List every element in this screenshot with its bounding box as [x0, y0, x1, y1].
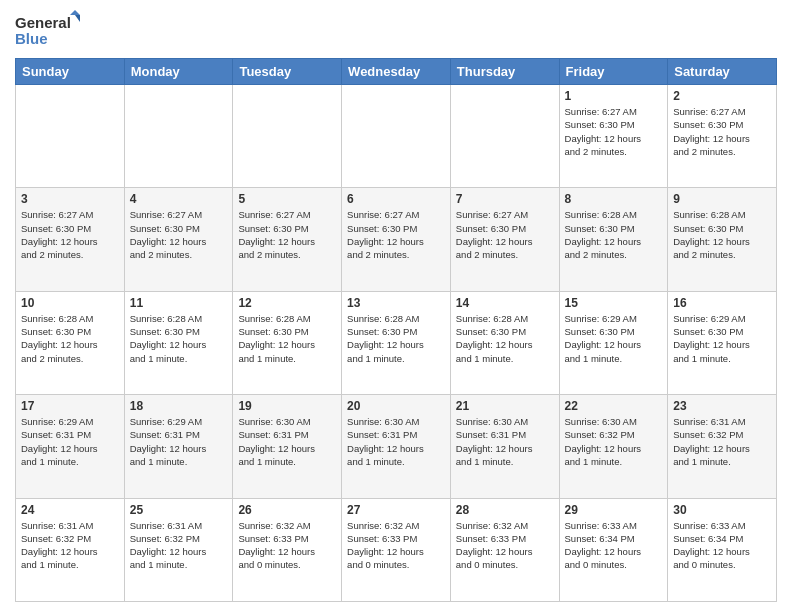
calendar-cell: 5Sunrise: 6:27 AM Sunset: 6:30 PM Daylig…: [233, 188, 342, 291]
calendar-cell: 21Sunrise: 6:30 AM Sunset: 6:31 PM Dayli…: [450, 395, 559, 498]
day-info: Sunrise: 6:30 AM Sunset: 6:31 PM Dayligh…: [347, 415, 445, 468]
day-info: Sunrise: 6:29 AM Sunset: 6:31 PM Dayligh…: [21, 415, 119, 468]
svg-text:General: General: [15, 14, 71, 31]
svg-marker-2: [70, 10, 80, 15]
calendar-cell: 13Sunrise: 6:28 AM Sunset: 6:30 PM Dayli…: [342, 291, 451, 394]
week-row-5: 24Sunrise: 6:31 AM Sunset: 6:32 PM Dayli…: [16, 498, 777, 601]
calendar-cell: 23Sunrise: 6:31 AM Sunset: 6:32 PM Dayli…: [668, 395, 777, 498]
calendar-cell: 14Sunrise: 6:28 AM Sunset: 6:30 PM Dayli…: [450, 291, 559, 394]
day-number: 6: [347, 192, 445, 206]
day-info: Sunrise: 6:32 AM Sunset: 6:33 PM Dayligh…: [456, 519, 554, 572]
day-number: 29: [565, 503, 663, 517]
day-number: 20: [347, 399, 445, 413]
day-number: 8: [565, 192, 663, 206]
calendar-cell: 22Sunrise: 6:30 AM Sunset: 6:32 PM Dayli…: [559, 395, 668, 498]
day-info: Sunrise: 6:27 AM Sunset: 6:30 PM Dayligh…: [347, 208, 445, 261]
day-number: 28: [456, 503, 554, 517]
day-number: 16: [673, 296, 771, 310]
day-number: 26: [238, 503, 336, 517]
day-info: Sunrise: 6:28 AM Sunset: 6:30 PM Dayligh…: [673, 208, 771, 261]
day-info: Sunrise: 6:28 AM Sunset: 6:30 PM Dayligh…: [456, 312, 554, 365]
calendar-cell: 18Sunrise: 6:29 AM Sunset: 6:31 PM Dayli…: [124, 395, 233, 498]
day-info: Sunrise: 6:28 AM Sunset: 6:30 PM Dayligh…: [565, 208, 663, 261]
calendar-table: SundayMondayTuesdayWednesdayThursdayFrid…: [15, 58, 777, 602]
day-info: Sunrise: 6:28 AM Sunset: 6:30 PM Dayligh…: [130, 312, 228, 365]
day-number: 7: [456, 192, 554, 206]
calendar-cell: 16Sunrise: 6:29 AM Sunset: 6:30 PM Dayli…: [668, 291, 777, 394]
day-info: Sunrise: 6:29 AM Sunset: 6:30 PM Dayligh…: [673, 312, 771, 365]
day-number: 13: [347, 296, 445, 310]
day-header-saturday: Saturday: [668, 59, 777, 85]
calendar-cell: [233, 85, 342, 188]
day-info: Sunrise: 6:27 AM Sunset: 6:30 PM Dayligh…: [130, 208, 228, 261]
calendar-cell: 9Sunrise: 6:28 AM Sunset: 6:30 PM Daylig…: [668, 188, 777, 291]
calendar-cell: [16, 85, 125, 188]
day-number: 9: [673, 192, 771, 206]
day-number: 22: [565, 399, 663, 413]
logo: GeneralBlue: [15, 10, 85, 50]
day-info: Sunrise: 6:30 AM Sunset: 6:32 PM Dayligh…: [565, 415, 663, 468]
day-number: 1: [565, 89, 663, 103]
calendar-cell: 30Sunrise: 6:33 AM Sunset: 6:34 PM Dayli…: [668, 498, 777, 601]
page: GeneralBlue SundayMondayTuesdayWednesday…: [0, 0, 792, 612]
day-number: 2: [673, 89, 771, 103]
day-number: 18: [130, 399, 228, 413]
day-number: 14: [456, 296, 554, 310]
svg-text:Blue: Blue: [15, 30, 48, 47]
day-number: 21: [456, 399, 554, 413]
calendar-cell: [124, 85, 233, 188]
calendar-cell: 19Sunrise: 6:30 AM Sunset: 6:31 PM Dayli…: [233, 395, 342, 498]
day-number: 27: [347, 503, 445, 517]
day-info: Sunrise: 6:27 AM Sunset: 6:30 PM Dayligh…: [565, 105, 663, 158]
day-number: 23: [673, 399, 771, 413]
svg-marker-3: [75, 15, 80, 22]
day-info: Sunrise: 6:28 AM Sunset: 6:30 PM Dayligh…: [21, 312, 119, 365]
day-number: 10: [21, 296, 119, 310]
calendar-cell: 11Sunrise: 6:28 AM Sunset: 6:30 PM Dayli…: [124, 291, 233, 394]
day-number: 12: [238, 296, 336, 310]
calendar-cell: 7Sunrise: 6:27 AM Sunset: 6:30 PM Daylig…: [450, 188, 559, 291]
day-info: Sunrise: 6:29 AM Sunset: 6:31 PM Dayligh…: [130, 415, 228, 468]
calendar-cell: [342, 85, 451, 188]
day-info: Sunrise: 6:28 AM Sunset: 6:30 PM Dayligh…: [238, 312, 336, 365]
calendar-cell: 20Sunrise: 6:30 AM Sunset: 6:31 PM Dayli…: [342, 395, 451, 498]
week-row-4: 17Sunrise: 6:29 AM Sunset: 6:31 PM Dayli…: [16, 395, 777, 498]
calendar-cell: 8Sunrise: 6:28 AM Sunset: 6:30 PM Daylig…: [559, 188, 668, 291]
calendar-cell: 3Sunrise: 6:27 AM Sunset: 6:30 PM Daylig…: [16, 188, 125, 291]
day-info: Sunrise: 6:30 AM Sunset: 6:31 PM Dayligh…: [238, 415, 336, 468]
calendar-cell: 10Sunrise: 6:28 AM Sunset: 6:30 PM Dayli…: [16, 291, 125, 394]
day-number: 24: [21, 503, 119, 517]
calendar-cell: 28Sunrise: 6:32 AM Sunset: 6:33 PM Dayli…: [450, 498, 559, 601]
calendar-cell: 2Sunrise: 6:27 AM Sunset: 6:30 PM Daylig…: [668, 85, 777, 188]
day-info: Sunrise: 6:31 AM Sunset: 6:32 PM Dayligh…: [21, 519, 119, 572]
calendar-cell: 6Sunrise: 6:27 AM Sunset: 6:30 PM Daylig…: [342, 188, 451, 291]
calendar-cell: 15Sunrise: 6:29 AM Sunset: 6:30 PM Dayli…: [559, 291, 668, 394]
day-info: Sunrise: 6:27 AM Sunset: 6:30 PM Dayligh…: [21, 208, 119, 261]
calendar-cell: 1Sunrise: 6:27 AM Sunset: 6:30 PM Daylig…: [559, 85, 668, 188]
day-number: 19: [238, 399, 336, 413]
day-info: Sunrise: 6:29 AM Sunset: 6:30 PM Dayligh…: [565, 312, 663, 365]
day-header-friday: Friday: [559, 59, 668, 85]
day-info: Sunrise: 6:33 AM Sunset: 6:34 PM Dayligh…: [673, 519, 771, 572]
week-row-2: 3Sunrise: 6:27 AM Sunset: 6:30 PM Daylig…: [16, 188, 777, 291]
day-header-thursday: Thursday: [450, 59, 559, 85]
day-number: 3: [21, 192, 119, 206]
calendar-cell: 24Sunrise: 6:31 AM Sunset: 6:32 PM Dayli…: [16, 498, 125, 601]
day-number: 5: [238, 192, 336, 206]
calendar-header-row: SundayMondayTuesdayWednesdayThursdayFrid…: [16, 59, 777, 85]
calendar-cell: 29Sunrise: 6:33 AM Sunset: 6:34 PM Dayli…: [559, 498, 668, 601]
day-info: Sunrise: 6:27 AM Sunset: 6:30 PM Dayligh…: [673, 105, 771, 158]
day-number: 11: [130, 296, 228, 310]
calendar-cell: 27Sunrise: 6:32 AM Sunset: 6:33 PM Dayli…: [342, 498, 451, 601]
day-info: Sunrise: 6:27 AM Sunset: 6:30 PM Dayligh…: [238, 208, 336, 261]
day-number: 15: [565, 296, 663, 310]
day-number: 30: [673, 503, 771, 517]
calendar-cell: 25Sunrise: 6:31 AM Sunset: 6:32 PM Dayli…: [124, 498, 233, 601]
calendar-cell: 26Sunrise: 6:32 AM Sunset: 6:33 PM Dayli…: [233, 498, 342, 601]
day-info: Sunrise: 6:31 AM Sunset: 6:32 PM Dayligh…: [130, 519, 228, 572]
day-info: Sunrise: 6:31 AM Sunset: 6:32 PM Dayligh…: [673, 415, 771, 468]
logo-svg: GeneralBlue: [15, 10, 85, 50]
header: GeneralBlue: [15, 10, 777, 50]
week-row-3: 10Sunrise: 6:28 AM Sunset: 6:30 PM Dayli…: [16, 291, 777, 394]
calendar-cell: 12Sunrise: 6:28 AM Sunset: 6:30 PM Dayli…: [233, 291, 342, 394]
